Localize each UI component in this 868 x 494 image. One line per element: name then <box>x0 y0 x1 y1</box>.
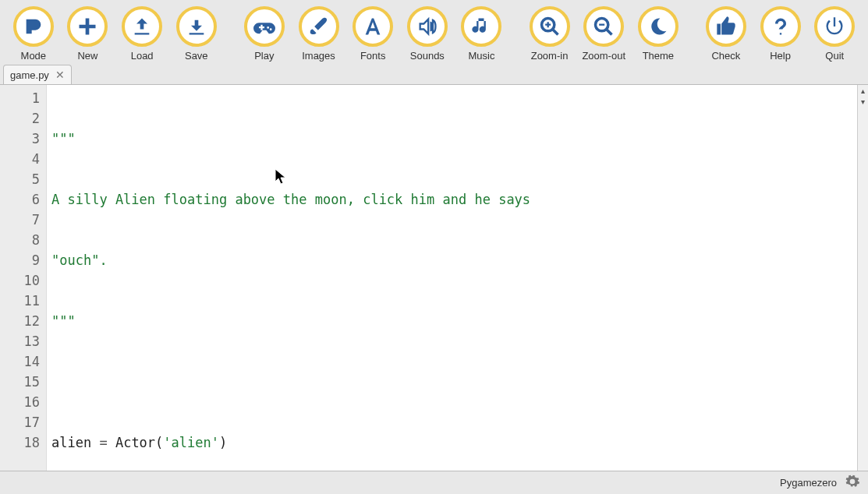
zoom-out-button[interactable]: Zoom-out <box>576 6 631 62</box>
line-number: 15 <box>3 372 40 392</box>
line-number: 8 <box>3 230 40 250</box>
save-button[interactable]: Save <box>169 6 224 62</box>
zoom-in-button[interactable]: Zoom-in <box>523 6 577 62</box>
question-icon <box>770 16 792 37</box>
line-number: 16 <box>3 392 40 412</box>
tab-label: game.py <box>10 69 49 81</box>
thumbs-up-icon <box>715 16 737 37</box>
zoom-in-icon <box>539 16 561 37</box>
line-number: 9 <box>3 250 40 270</box>
line-number-gutter: 1 2 3 4 5 6 7 8 9 10 11 12 13 14 15 16 1… <box>0 85 47 471</box>
line-number: 12 <box>3 311 40 331</box>
line-number: 6 <box>3 189 40 210</box>
line-number: 4 <box>3 149 40 169</box>
music-icon <box>470 16 492 37</box>
line-number: 5 <box>3 169 40 189</box>
line-number: 17 <box>3 412 40 432</box>
zoom-out-icon <box>593 16 615 37</box>
line-number: 13 <box>3 331 40 351</box>
editor: 1 2 3 4 5 6 7 8 9 10 11 12 13 14 15 16 1… <box>0 84 868 471</box>
vertical-scrollbar[interactable]: ▴ ▾ <box>857 85 868 471</box>
music-label: Music <box>469 50 495 62</box>
line-number: 2 <box>3 108 40 129</box>
settings-button[interactable] <box>845 474 860 492</box>
close-icon[interactable]: ✕ <box>55 69 65 81</box>
play-button[interactable]: Play <box>237 6 292 62</box>
sounds-button[interactable]: Sounds <box>400 6 455 62</box>
load-icon <box>131 16 153 37</box>
gamepad-icon <box>253 16 275 37</box>
new-label: New <box>77 50 97 62</box>
music-button[interactable]: Music <box>455 6 509 62</box>
tab-bar: game.py ✕ <box>0 65 868 84</box>
help-button[interactable]: Help <box>753 6 808 62</box>
tab-game-py[interactable]: game.py ✕ <box>3 65 72 84</box>
load-label: Load <box>131 50 154 62</box>
line-number: 7 <box>3 210 40 230</box>
mode-icon <box>23 16 44 37</box>
images-label: Images <box>302 50 335 62</box>
scroll-up-icon[interactable]: ▴ <box>858 85 868 96</box>
new-button[interactable]: New <box>61 6 115 62</box>
load-button[interactable]: Load <box>115 6 169 62</box>
zoom-in-label: Zoom-in <box>531 50 569 62</box>
fonts-button[interactable]: Fonts <box>345 6 400 62</box>
scroll-down-icon[interactable]: ▾ <box>858 96 868 107</box>
code-area[interactable]: """ A silly Alien floating above the moo… <box>47 85 868 471</box>
line-number: 3 <box>3 129 40 149</box>
help-label: Help <box>770 50 791 62</box>
power-icon <box>824 16 845 37</box>
fonts-label: Fonts <box>360 50 386 62</box>
theme-label: Theme <box>643 50 674 62</box>
line-number: 18 <box>3 432 40 453</box>
gear-icon <box>845 474 860 489</box>
mode-label: Mode <box>21 50 47 62</box>
mouse-cursor-icon <box>275 169 286 185</box>
check-label: Check <box>711 50 740 62</box>
toolbar: Mode New Load Save Play Images Fonts Sou… <box>0 0 868 65</box>
quit-label: Quit <box>825 50 844 62</box>
images-button[interactable]: Images <box>292 6 346 62</box>
line-number: 14 <box>3 351 40 372</box>
line-number: 10 <box>3 270 40 291</box>
line-number: 11 <box>3 291 40 311</box>
plus-icon <box>76 16 98 37</box>
theme-button[interactable]: Theme <box>631 6 686 62</box>
quit-button[interactable]: Quit <box>807 6 862 62</box>
mode-indicator: Pygamezero <box>780 477 837 489</box>
status-bar: Pygamezero <box>0 471 868 494</box>
sound-icon <box>416 16 438 37</box>
sounds-label: Sounds <box>410 50 445 62</box>
play-label: Play <box>254 50 274 62</box>
save-icon <box>186 16 207 37</box>
check-button[interactable]: Check <box>699 6 753 62</box>
line-number: 1 <box>3 88 40 108</box>
moon-icon <box>647 16 669 37</box>
save-label: Save <box>185 50 208 62</box>
font-icon <box>362 16 384 37</box>
brush-icon <box>308 16 330 37</box>
zoom-out-label: Zoom-out <box>582 50 625 62</box>
mode-button[interactable]: Mode <box>6 6 61 62</box>
